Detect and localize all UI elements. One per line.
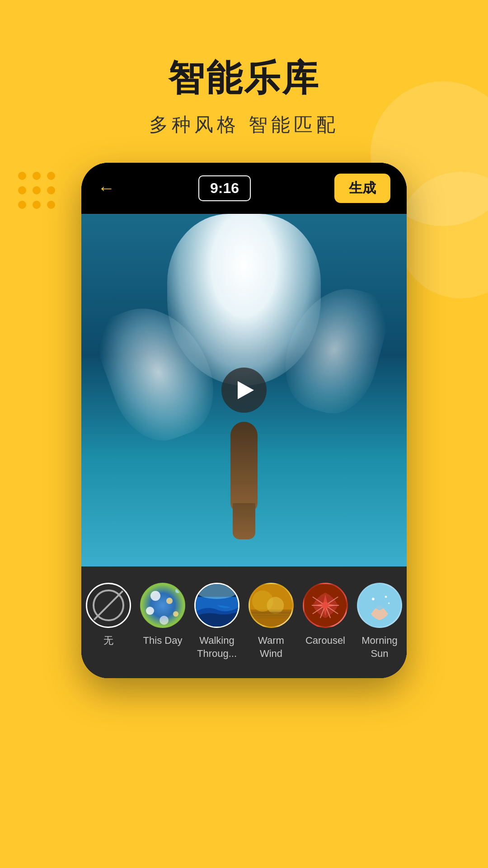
track-thumb-no-music xyxy=(86,583,131,628)
play-icon xyxy=(238,381,254,399)
svg-rect-9 xyxy=(250,615,292,617)
svg-point-17 xyxy=(388,602,390,604)
music-panel: 无 This Day xyxy=(81,566,407,678)
track-label-walking: WalkingThroug... xyxy=(197,634,237,660)
track-thumb-walking xyxy=(194,583,239,628)
track-label-carousel: Carousel xyxy=(305,634,345,647)
diver-body xyxy=(230,422,258,512)
track-thumb-warm-wind xyxy=(249,583,294,628)
back-button[interactable]: ← xyxy=(98,179,115,198)
generate-button[interactable]: 生成 xyxy=(334,174,390,203)
phone-inner: ← 9:16 生成 无 xyxy=(81,163,407,678)
svg-point-12 xyxy=(322,602,328,609)
top-bar: ← 9:16 生成 xyxy=(81,163,407,214)
track-label-warm-wind: Warm Wind xyxy=(249,634,294,660)
phone-mockup: ← 9:16 生成 无 xyxy=(81,163,407,678)
svg-point-7 xyxy=(267,597,284,614)
track-carousel[interactable]: Carousel xyxy=(303,583,348,647)
no-music-icon xyxy=(93,590,124,621)
header-title: 智能乐库 xyxy=(0,54,488,103)
bg-dots xyxy=(18,172,55,209)
header-subtitle: 多种风格 智能匹配 xyxy=(0,112,488,137)
track-thumb-this-day xyxy=(140,583,185,628)
time-display: 9:16 xyxy=(198,175,251,201)
svg-point-15 xyxy=(372,598,375,600)
track-label-morning-sun: Morning Sun xyxy=(357,634,402,660)
bokeh-animation xyxy=(141,584,184,627)
track-morning-sun[interactable]: Morning Sun xyxy=(357,583,402,660)
play-button[interactable] xyxy=(221,368,267,413)
svg-point-3 xyxy=(196,583,238,599)
track-walking[interactable]: WalkingThroug... xyxy=(194,583,239,660)
cloud-splash xyxy=(167,214,321,386)
track-this-day[interactable]: This Day xyxy=(140,583,185,647)
track-label-no-music: 无 xyxy=(103,634,113,647)
svg-rect-10 xyxy=(250,617,292,618)
video-area xyxy=(81,214,407,566)
track-label-this-day: This Day xyxy=(143,634,183,647)
track-no-music[interactable]: 无 xyxy=(86,583,131,647)
svg-rect-8 xyxy=(250,612,292,614)
track-thumb-carousel xyxy=(303,583,348,628)
track-warm-wind[interactable]: Warm Wind xyxy=(249,583,294,660)
track-thumb-morning-sun xyxy=(357,583,402,628)
header: 智能乐库 多种风格 智能匹配 xyxy=(0,0,488,137)
diver-legs xyxy=(233,503,255,539)
music-tracks: 无 This Day xyxy=(95,583,393,660)
svg-point-16 xyxy=(385,596,387,598)
